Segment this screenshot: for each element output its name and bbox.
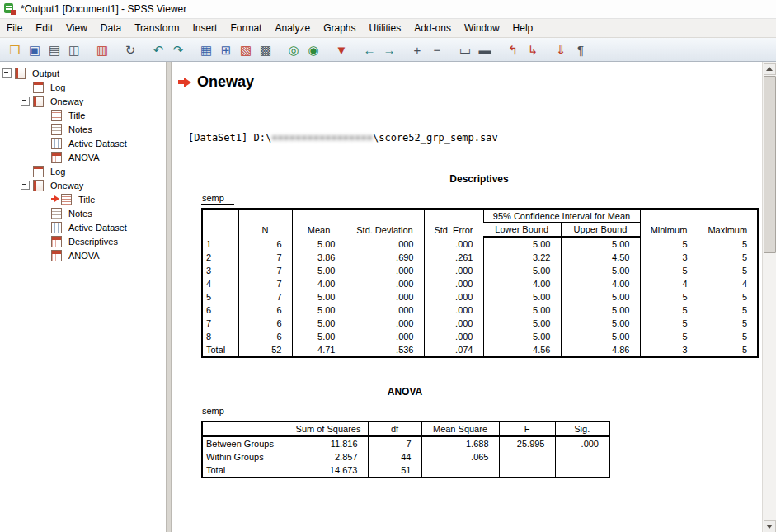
menu-format[interactable]: Format bbox=[223, 20, 268, 36]
recall-dialogs-button[interactable]: ↻ bbox=[120, 40, 140, 59]
cell: 11.816 bbox=[289, 436, 368, 450]
menu-view[interactable]: View bbox=[59, 20, 94, 36]
insert-text-button[interactable]: ¶ bbox=[571, 40, 590, 59]
undo-button[interactable]: ↶ bbox=[148, 40, 168, 59]
menu-help[interactable]: Help bbox=[506, 20, 540, 36]
table-row: 865.00.000.0005.005.0055 bbox=[202, 330, 758, 343]
goto-data-button[interactable]: ▦ bbox=[196, 40, 216, 59]
pane-splitter[interactable] bbox=[166, 62, 172, 532]
insert-heading-button[interactable]: ⇓ bbox=[551, 40, 571, 59]
outline-item-title[interactable]: Title bbox=[0, 192, 166, 206]
outline-item-title[interactable]: Title bbox=[0, 108, 166, 122]
menu-insert[interactable]: Insert bbox=[186, 20, 223, 36]
print-preview-button[interactable]: ◫ bbox=[64, 40, 84, 59]
outline-item-notes[interactable]: Notes bbox=[0, 206, 166, 220]
outline-item-output[interactable]: Output bbox=[0, 66, 166, 80]
dataset-line: [DataSet1] D:\×××××××××××××××××\score52_… bbox=[188, 132, 762, 144]
demote-item-button[interactable]: ↳ bbox=[523, 40, 543, 59]
table-row: 273.86.690.2613.224.5035 bbox=[202, 251, 758, 264]
collapse-selection-button[interactable]: − bbox=[427, 40, 447, 59]
menu-window[interactable]: Window bbox=[458, 20, 506, 36]
cell: 5 bbox=[640, 290, 698, 304]
cell: 4 bbox=[640, 277, 698, 290]
scroll-down-button[interactable] bbox=[764, 520, 776, 532]
title-icon bbox=[51, 110, 62, 121]
col-header: N bbox=[238, 209, 292, 237]
expand-selection-button[interactable]: + bbox=[407, 40, 427, 59]
outline-item-label: Output bbox=[30, 68, 62, 79]
outline-item-notes[interactable]: Notes bbox=[0, 122, 166, 136]
col-header: Mean Square bbox=[421, 421, 499, 436]
collapse-toggle[interactable] bbox=[21, 181, 30, 190]
notes-icon bbox=[51, 124, 62, 135]
cell: 5.00 bbox=[561, 264, 640, 277]
menu-edit[interactable]: Edit bbox=[29, 20, 59, 36]
corner-cell bbox=[202, 421, 289, 436]
print-icon: ▤ bbox=[49, 44, 60, 56]
scrollbar-thumb[interactable] bbox=[764, 76, 776, 253]
outline-item-oneway[interactable]: Oneway bbox=[0, 94, 166, 108]
outline-item-active-dataset[interactable]: Active Dataset bbox=[0, 220, 166, 234]
outline-pane[interactable]: OutputLogOnewayTitleNotesActive DatasetA… bbox=[0, 62, 166, 532]
output-heading: Oneway bbox=[197, 73, 254, 91]
show-all-button[interactable]: ◉ bbox=[303, 40, 323, 59]
cell: 4.00 bbox=[483, 277, 561, 290]
select-cases-button[interactable]: ▼ bbox=[332, 40, 351, 59]
use-variable-sets-button[interactable]: ◎ bbox=[284, 40, 303, 59]
col-header: df bbox=[368, 421, 421, 436]
recall-dialogs-icon: ↻ bbox=[125, 44, 136, 56]
variables-button[interactable]: ▩ bbox=[256, 40, 275, 59]
cell: 4.71 bbox=[292, 343, 346, 357]
hide-item-icon: ▬ bbox=[479, 44, 491, 56]
dataset-path-redacted: ××××××××××××××××× bbox=[271, 132, 373, 144]
menu-file[interactable]: File bbox=[0, 20, 29, 36]
outline-item-anova[interactable]: ANOVA bbox=[0, 150, 166, 164]
cell: 5.00 bbox=[292, 264, 346, 277]
show-item-button[interactable]: ▭ bbox=[455, 40, 475, 59]
print-button[interactable]: ▤ bbox=[45, 40, 64, 59]
table-row: Within Groups2.85744.065 bbox=[202, 450, 609, 464]
collapse-selection-icon: − bbox=[434, 44, 441, 56]
anova-block: semp Sum of SquaresdfMean SquareFSig.Bet… bbox=[201, 398, 762, 478]
outline-item-oneway[interactable]: Oneway bbox=[0, 178, 166, 192]
cell: 25.995 bbox=[499, 436, 555, 450]
table-row: 165.00.000.0005.005.0055 bbox=[202, 237, 758, 251]
redo-button[interactable]: ↷ bbox=[168, 40, 188, 59]
outline-item-log[interactable]: Log bbox=[0, 164, 166, 178]
promote-item-button[interactable]: ↰ bbox=[503, 40, 523, 59]
scroll-up-button[interactable] bbox=[764, 63, 776, 75]
save-button[interactable]: ▣ bbox=[25, 40, 45, 59]
menu-add-ons[interactable]: Add-ons bbox=[407, 20, 458, 36]
vertical-scrollbar[interactable] bbox=[762, 62, 776, 532]
content-pane[interactable]: Oneway [DataSet1] D:\×××××××××××××××××\s… bbox=[172, 62, 762, 532]
collapse-toggle[interactable] bbox=[21, 97, 30, 106]
cell: .261 bbox=[424, 251, 483, 264]
collapse-toggle[interactable] bbox=[2, 68, 12, 78]
goto-case-button[interactable]: ⊞ bbox=[216, 40, 236, 59]
menu-graphs[interactable]: Graphs bbox=[317, 20, 362, 36]
outline-item-log[interactable]: Log bbox=[0, 80, 166, 94]
outline-item-label: Notes bbox=[66, 208, 95, 219]
menu-analyze[interactable]: Analyze bbox=[268, 20, 317, 36]
outline-item-anova[interactable]: ANOVA bbox=[0, 248, 166, 262]
open-file-button[interactable]: ❒ bbox=[5, 40, 25, 59]
descriptives-table[interactable]: NMeanStd. DeviationStd. Error95% Confide… bbox=[201, 208, 759, 358]
outline-item-descriptives[interactable]: Descriptives bbox=[0, 234, 166, 248]
descriptives-block: semp NMeanStd. DeviationStd. Error95% Co… bbox=[201, 185, 762, 358]
export-output-button[interactable]: ▥ bbox=[92, 40, 112, 59]
outline-item-active-dataset[interactable]: Active Dataset bbox=[0, 136, 166, 150]
anova-layer-label: semp bbox=[201, 406, 234, 417]
row-label: 8 bbox=[202, 330, 238, 343]
menu-data[interactable]: Data bbox=[94, 20, 128, 36]
insert-cases-button[interactable]: ▧ bbox=[236, 40, 256, 59]
menu-transform[interactable]: Transform bbox=[128, 20, 186, 36]
cell: .000 bbox=[424, 330, 483, 343]
hide-item-button[interactable]: ▬ bbox=[475, 40, 495, 59]
navigate-prev-button[interactable]: ← bbox=[360, 40, 379, 59]
save-icon: ▣ bbox=[29, 44, 40, 56]
anova-table[interactable]: Sum of SquaresdfMean SquareFSig.Between … bbox=[201, 421, 610, 478]
navigate-next-button[interactable]: → bbox=[379, 40, 399, 59]
cell: 5.00 bbox=[561, 304, 640, 317]
open-file-icon: ❒ bbox=[9, 44, 20, 56]
menu-utilities[interactable]: Utilities bbox=[363, 20, 408, 36]
